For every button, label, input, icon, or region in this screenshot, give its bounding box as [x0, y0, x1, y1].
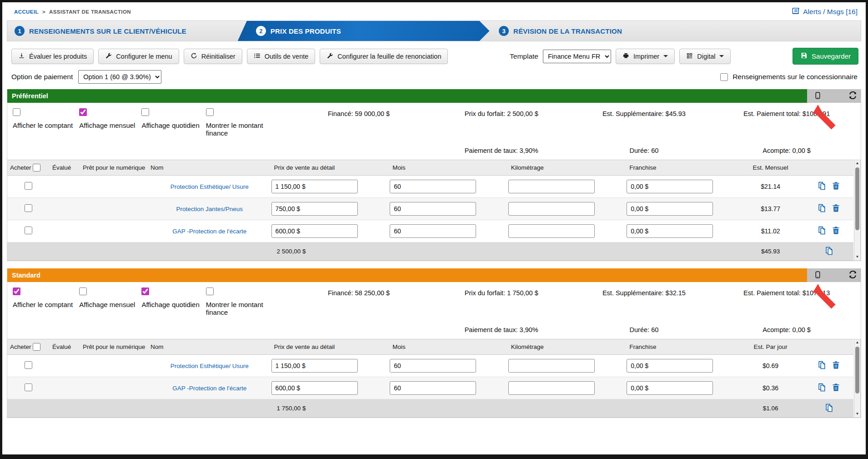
copy-all-button[interactable]	[825, 404, 833, 412]
show-cash-checkbox[interactable]	[13, 288, 20, 295]
buy-checkbox[interactable]	[25, 383, 32, 391]
product-link[interactable]: Protection Jantes/Pneus	[176, 206, 243, 212]
wizard-step-1[interactable]: 1 RENSEIGNEMENTS SUR LE CLIENT/VÉHICULE	[7, 21, 242, 41]
deductible-input[interactable]	[627, 202, 713, 216]
digital-button[interactable]: Digital	[679, 49, 731, 64]
copy-all-button[interactable]	[825, 247, 833, 255]
wrench-icon	[105, 52, 112, 61]
product-link[interactable]: Protection Esthétique/ Usure	[171, 183, 249, 190]
est-additional: Est. Supplémentaire: $32.15	[573, 286, 716, 316]
wizard-step-2-active[interactable]: 2 PRIX DES PRODUITS	[238, 21, 490, 41]
delete-button[interactable]	[832, 383, 840, 392]
show-cash-checkbox[interactable]	[13, 108, 20, 116]
months-input[interactable]	[390, 180, 476, 193]
monthly-display-checkbox[interactable]	[79, 288, 87, 295]
scroll-down-icon[interactable]: ▼	[856, 254, 859, 260]
dealer-info-toggle[interactable]: Renseignements sur le concessionnaire	[720, 73, 858, 81]
toggle-affichage-mensuel[interactable]: Affichage mensuel	[79, 286, 135, 316]
product-link[interactable]: GAP -Protection de l'écarte	[172, 385, 246, 392]
product-link[interactable]: Protection Esthétique/ Usure	[171, 363, 249, 369]
scrollbar-track[interactable]	[854, 346, 860, 411]
dealer-info-checkbox[interactable]	[720, 73, 728, 81]
breadcrumb-home-link[interactable]: ACCUEIL	[14, 9, 39, 15]
header-digital-ready: Prêt pour le numérique	[80, 160, 148, 176]
copy-button[interactable]	[818, 226, 826, 235]
total-estimate: $45.93	[737, 242, 804, 261]
buy-checkbox[interactable]	[25, 361, 32, 369]
configure-waiver-button[interactable]: Configurer la feuille de renonciation	[320, 49, 448, 64]
deductible-input[interactable]	[627, 224, 713, 238]
mileage-input[interactable]	[508, 359, 595, 373]
daily-display-checkbox[interactable]	[141, 108, 149, 116]
mileage-input[interactable]	[508, 224, 595, 238]
price-input[interactable]	[271, 180, 358, 193]
print-button[interactable]: Imprimer	[616, 49, 675, 64]
sales-tools-button[interactable]: Outils de vente	[247, 49, 316, 64]
buy-checkbox[interactable]	[25, 227, 32, 234]
price-input[interactable]	[271, 359, 358, 373]
scrollbar-thumb[interactable]	[855, 167, 859, 230]
buy-checkbox[interactable]	[25, 204, 32, 212]
delete-button[interactable]	[832, 226, 840, 235]
select-all-checkbox[interactable]	[33, 164, 40, 171]
toggle-montrer-le-montant-finance[interactable]: Montrer le montant finance	[206, 106, 274, 137]
deductible-input[interactable]	[627, 359, 713, 373]
deductible-input[interactable]	[627, 180, 713, 193]
save-button[interactable]: Sauvegarder	[793, 48, 858, 65]
show-financed-amount-checkbox[interactable]	[206, 108, 214, 116]
toggle-afficher-le-comptant[interactable]: Afficher le comptant	[13, 106, 73, 137]
scrollbar-thumb[interactable]	[855, 347, 859, 393]
toggle-montrer-le-montant-finance[interactable]: Montrer le montant finance	[206, 286, 274, 316]
buy-checkbox[interactable]	[25, 182, 32, 190]
delete-button[interactable]	[832, 182, 840, 190]
evaluate-products-button[interactable]: Évaluer les produits	[11, 49, 94, 64]
delete-button[interactable]	[832, 361, 840, 369]
payment-option-select[interactable]: Option 1 (60 @ 3.90%)	[78, 70, 161, 84]
mileage-input[interactable]	[508, 180, 595, 193]
section-preferentiel: Préférentiel	[7, 89, 861, 261]
price-input[interactable]	[271, 224, 358, 238]
months-input[interactable]	[390, 381, 476, 395]
daily-display-checkbox[interactable]	[141, 288, 149, 295]
months-input[interactable]	[390, 359, 476, 373]
copy-button[interactable]	[818, 182, 826, 190]
mileage-input[interactable]	[508, 202, 595, 216]
toggle-affichage-mensuel[interactable]: Affichage mensuel	[79, 106, 135, 137]
months-input[interactable]	[390, 224, 476, 238]
product-row: GAP -Protection de l'écarte $11.02	[7, 220, 853, 242]
select-all-checkbox[interactable]	[33, 343, 40, 351]
table-scrollbar[interactable]: ▲ ▼	[854, 160, 861, 261]
section-refresh-button[interactable]	[848, 270, 857, 280]
product-link[interactable]: GAP -Protection de l'écarte	[172, 228, 246, 235]
scroll-down-icon[interactable]: ▼	[856, 411, 859, 417]
scrollbar-track[interactable]	[854, 166, 860, 254]
delete-button[interactable]	[832, 204, 840, 212]
toggle-affichage-quotidien[interactable]: Affichage quotidien	[141, 106, 199, 137]
template-select[interactable]: Finance Menu FR	[543, 50, 611, 63]
table-scrollbar[interactable]: ▲ ▼	[854, 339, 861, 418]
mobile-display-button[interactable]	[811, 269, 825, 282]
reset-button[interactable]: Réinitialiser	[184, 49, 242, 64]
configure-menu-button[interactable]: Configurer le menu	[98, 49, 179, 64]
toggle-afficher-le-comptant[interactable]: Afficher le comptant	[13, 286, 73, 316]
monthly-display-checkbox[interactable]	[79, 108, 87, 116]
scroll-up-icon[interactable]: ▲	[856, 160, 859, 166]
wizard-step-3[interactable]: 3 RÉVISION DE LA TRANSACTION	[485, 21, 861, 41]
price-input[interactable]	[271, 381, 358, 395]
show-financed-amount-checkbox[interactable]	[206, 288, 214, 295]
copy-button[interactable]	[818, 383, 826, 392]
scroll-up-icon[interactable]: ▲	[856, 339, 859, 346]
mobile-display-button[interactable]	[811, 90, 825, 102]
months-input[interactable]	[390, 202, 476, 216]
toggle-affichage-quotidien[interactable]: Affichage quotidien	[141, 286, 199, 316]
toggle-label: Affichage mensuel	[79, 301, 135, 308]
deductible-input[interactable]	[627, 381, 713, 395]
mileage-input[interactable]	[508, 381, 595, 395]
copy-button[interactable]	[818, 204, 826, 212]
section-refresh-button[interactable]	[848, 91, 857, 101]
alerts-msgs-link[interactable]: Alerts / Msgs [16]	[792, 7, 858, 17]
preferentiel-products-table: Acheter Évalué Prêt pour le numérique No…	[7, 160, 853, 261]
price-input[interactable]	[271, 202, 358, 216]
copy-button[interactable]	[818, 361, 826, 369]
header-price: Prix de vente au détail	[271, 160, 390, 176]
